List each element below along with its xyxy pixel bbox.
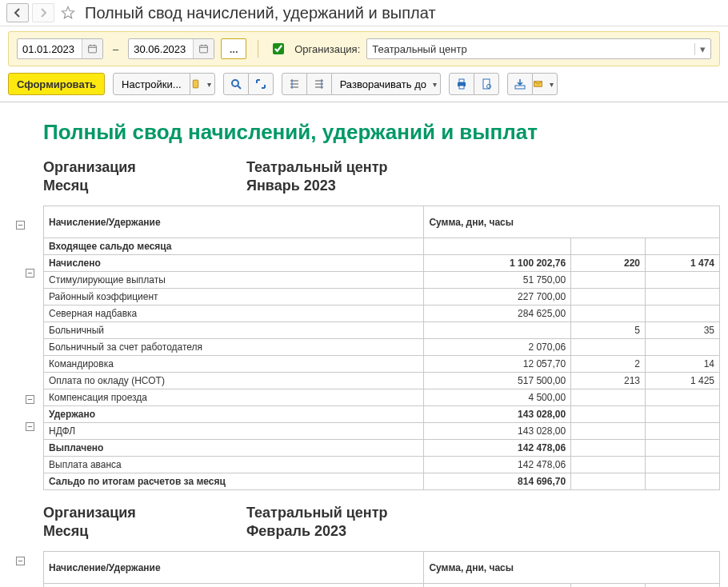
svg-rect-8	[193, 80, 198, 88]
row-amount-cell: 517 500,00	[424, 373, 571, 389]
generate-button[interactable]: Сформировать	[8, 73, 105, 95]
row-amount-cell: 143 028,00	[424, 423, 571, 440]
row-amount-cell: 12 057,70	[424, 356, 571, 373]
row-hours-cell	[646, 305, 720, 322]
row-amount-cell: 814 696,70	[424, 584, 571, 588]
collapse-toggle[interactable]: −	[26, 395, 34, 404]
meta-value: Театральный центр	[246, 159, 388, 176]
svg-line-10	[238, 86, 241, 89]
row-days-cell	[571, 584, 646, 588]
row-amount-cell: 142 478,06	[424, 440, 571, 457]
tree-collapse-button[interactable]	[282, 73, 307, 95]
print-preview-button[interactable]	[474, 73, 499, 95]
calendar-icon	[198, 42, 209, 55]
caret-down-icon: ▾	[207, 80, 211, 89]
tree-expand-button[interactable]	[306, 73, 332, 95]
collapse-toggle[interactable]: −	[16, 557, 25, 565]
expand-to-button[interactable]: Разворачивать до ▾	[331, 73, 441, 95]
meta-row: ОрганизацияТеатральный центр	[43, 159, 720, 176]
row-hours-cell	[646, 423, 720, 440]
meta-value: Февраль 2023	[246, 523, 346, 540]
meta-label: Организация	[43, 505, 246, 521]
caret-down-icon: ▾	[550, 80, 554, 89]
table-row[interactable]: Компенсация проезда4 500,00	[44, 389, 720, 406]
report-title: Полный свод начислений, удержаний и выпл…	[43, 120, 720, 145]
org-checkbox-input[interactable]	[273, 43, 284, 54]
row-hours-cell: 1 474	[646, 255, 720, 272]
date-from-field[interactable]	[17, 38, 103, 59]
header-cell: Начисление/Удержание	[44, 552, 424, 584]
report-table: Начисление/УдержаниеСумма, дни, часыВход…	[43, 551, 720, 587]
row-days-cell: 5	[571, 322, 646, 339]
page-icon	[480, 78, 493, 90]
svg-rect-24	[515, 86, 525, 89]
print-button[interactable]	[449, 73, 474, 95]
date-to-field[interactable]	[128, 38, 214, 59]
row-days-cell	[571, 238, 646, 255]
svg-rect-0	[89, 46, 97, 53]
table-row[interactable]: Начислено1 100 202,762201 474	[44, 255, 720, 272]
meta-row: МесяцЯнварь 2023	[43, 178, 720, 194]
row-days-cell: 220	[571, 255, 646, 272]
table-row[interactable]: Стимулирующие выплаты51 750,00	[44, 272, 720, 289]
table-row[interactable]: Выплата аванса142 478,06	[44, 457, 720, 473]
settings-variants-button[interactable]: ▾	[190, 73, 215, 95]
header-cell: Сумма, дни, часы	[424, 552, 720, 584]
collapse-toggle[interactable]: −	[26, 422, 34, 431]
expand-icon	[254, 78, 267, 90]
table-row[interactable]: Выплачено142 478,06	[44, 440, 720, 457]
svg-rect-4	[200, 46, 208, 53]
row-days-cell: 2	[571, 356, 646, 373]
row-name-cell: Выплачено	[44, 440, 424, 457]
table-row[interactable]: Удержано143 028,00	[44, 406, 720, 423]
table-row[interactable]: Сальдо по итогам расчетов за месяц814 69…	[44, 473, 720, 490]
collapse-toggle[interactable]: −	[26, 269, 34, 278]
expand-all-button[interactable]	[248, 73, 274, 95]
table-row[interactable]: Районный коэффициент227 700,00	[44, 289, 720, 305]
row-amount-cell: 143 028,00	[424, 406, 571, 423]
row-hours-cell	[646, 339, 720, 356]
row-hours-cell: 14	[646, 356, 720, 373]
header-cell: Сумма, дни, часы	[424, 206, 720, 238]
row-hours-cell	[646, 289, 720, 305]
row-days-cell	[571, 272, 646, 289]
row-days-cell	[571, 423, 646, 440]
nav-back-button[interactable]	[6, 3, 29, 22]
table-row[interactable]: Входящее сальдо месяца	[44, 238, 720, 255]
date-range-dash: –	[113, 43, 118, 55]
meta-label: Месяц	[43, 178, 246, 194]
settings-button[interactable]: Настройки...	[113, 73, 190, 95]
org-select[interactable]: Театральный центр ▾	[366, 38, 711, 59]
table-row[interactable]: НДФЛ143 028,00	[44, 423, 720, 440]
favorite-star-icon[interactable]	[61, 6, 75, 20]
row-days-cell	[571, 305, 646, 322]
row-days-cell	[571, 473, 646, 490]
date-from-input[interactable]	[18, 41, 82, 58]
nav-forward-button	[32, 3, 54, 22]
org-filter-checkbox[interactable]	[270, 41, 286, 57]
svg-rect-20	[459, 79, 464, 82]
calendar-icon	[87, 42, 98, 55]
search-button[interactable]	[223, 73, 249, 95]
table-row[interactable]: Больничный535	[44, 322, 720, 339]
header-cell: Начисление/Удержание	[44, 206, 424, 238]
row-name-cell: НДФЛ	[44, 423, 424, 440]
table-row[interactable]: Оплата по окладу (НСОТ)517 500,002131 42…	[44, 373, 720, 389]
table-row[interactable]: Входящее сальдо месяца814 696,70	[44, 584, 720, 588]
table-row[interactable]: Командировка12 057,70214	[44, 356, 720, 373]
row-hours-cell	[646, 406, 720, 423]
report-body: Полный свод начислений, удержаний и выпл…	[43, 109, 728, 587]
date-from-calendar-button[interactable]	[82, 39, 102, 58]
date-to-input[interactable]	[129, 41, 193, 58]
table-row[interactable]: Северная надбавка284 625,00	[44, 305, 720, 322]
date-range-select-button[interactable]: ...	[221, 38, 246, 59]
date-to-calendar-button[interactable]	[193, 39, 214, 58]
collapse-toggle[interactable]: −	[16, 221, 25, 230]
save-button[interactable]	[507, 73, 533, 95]
row-name-cell: Больничный	[44, 322, 424, 339]
table-row[interactable]: Больничный за счет работодателя2 070,06	[44, 339, 720, 356]
meta-row: ОрганизацияТеатральный центр	[43, 505, 720, 521]
row-hours-cell	[646, 457, 720, 473]
send-email-button[interactable]: ▾	[532, 73, 558, 95]
filter-bar: – ... Организация: Театральный центр ▾	[8, 31, 720, 66]
